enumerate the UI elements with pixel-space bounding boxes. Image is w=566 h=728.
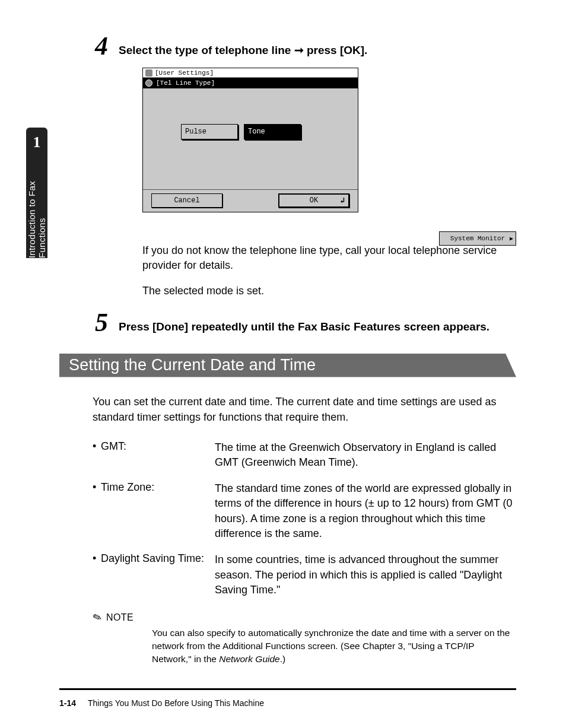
note-block: ✎ NOTE You can also specify to automatic…: [93, 611, 516, 666]
def-row-gmt: • GMT: The time at the Greenwich Observa…: [93, 440, 514, 471]
footer-title: Things You Must Do Before Using This Mac…: [88, 698, 264, 708]
definition-list: • GMT: The time at the Greenwich Observa…: [93, 440, 514, 598]
step4-text-before: Select the type of telephone line: [119, 44, 294, 56]
paragraph-mode-set: The selected mode is set.: [142, 284, 510, 298]
ghost-title-text: [User Settings]: [155, 69, 214, 77]
pencil-icon: ✎: [91, 610, 104, 625]
tone-button[interactable]: Tone: [244, 124, 301, 139]
device-screenshot: [User Settings] [Tel Line Type] Pulse To…: [142, 68, 358, 212]
note-label: NOTE: [106, 612, 133, 623]
section-heading: Setting the Current Date and Time: [59, 354, 516, 377]
note-text-after: .): [280, 654, 285, 664]
footer-rule: [59, 688, 516, 690]
ok-label: OK: [310, 196, 318, 205]
cancel-button[interactable]: Cancel: [151, 193, 222, 208]
page-footer: 1-14 Things You Must Do Before Using Thi…: [59, 698, 264, 708]
chapter-number: 1: [33, 133, 41, 151]
note-text-before: You can also specify to automatically sy…: [152, 628, 510, 664]
title-text: [Tel Line Type]: [156, 80, 215, 87]
return-icon: ↲: [340, 196, 345, 205]
system-monitor-button[interactable]: System Monitor ▶: [439, 231, 516, 246]
pulse-button[interactable]: Pulse: [181, 124, 238, 139]
step-number: 4: [59, 33, 119, 59]
def-term-timezone: Time Zone:: [101, 481, 154, 494]
bullet-icon: •: [93, 481, 101, 494]
section-intro: You can set the current date and time. T…: [93, 394, 514, 425]
paragraph-line-type-help: If you do not know the telephone line ty…: [142, 243, 510, 273]
def-term-gmt: GMT:: [101, 440, 126, 453]
arrow-icon: ➞: [294, 44, 304, 56]
def-term-dst: Daylight Saving Time:: [101, 552, 204, 565]
screenshot-ghost-titlebar: [User Settings]: [143, 68, 358, 78]
sysmon-label: System Monitor: [450, 235, 505, 242]
note-body: You can also specify to automatically sy…: [152, 627, 514, 666]
step-4: 4 Select the type of telephone line ➞ pr…: [59, 33, 516, 59]
def-desc-timezone: The standard time zones of the world are…: [215, 481, 514, 542]
step-5: 5 Press [Done] repeatedly until the Fax …: [59, 310, 516, 336]
bullet-icon: •: [93, 440, 101, 453]
step4-text-after: press [OK].: [304, 44, 368, 56]
chapter-tab: 1 Introduction to Fax Functions: [26, 128, 47, 258]
def-row-timezone: • Time Zone: The standard time zones of …: [93, 481, 514, 542]
triangle-icon: ▶: [510, 235, 513, 242]
screenshot-titlebar: [Tel Line Type]: [143, 78, 358, 88]
section-title: Setting the Current Date and Time: [59, 356, 316, 374]
step-number: 5: [59, 310, 119, 336]
titlebar-icon: [145, 69, 152, 77]
step-instruction: Select the type of telephone line ➞ pres…: [119, 33, 516, 59]
step-instruction: Press [Done] repeatedly until the Fax Ba…: [119, 310, 516, 336]
note-cite: Network Guide: [219, 654, 280, 664]
titlebar-icon: [145, 80, 152, 87]
page-number: 1-14: [59, 698, 76, 708]
def-desc-gmt: The time at the Greenwich Observatory in…: [215, 440, 514, 471]
def-desc-dst: In some countries, time is advanced thro…: [215, 552, 514, 598]
ok-button[interactable]: OK ↲: [278, 193, 349, 208]
def-row-dst: • Daylight Saving Time: In some countrie…: [93, 552, 514, 598]
bullet-icon: •: [93, 552, 101, 565]
chapter-title: Introduction to Fax Functions: [27, 166, 47, 258]
